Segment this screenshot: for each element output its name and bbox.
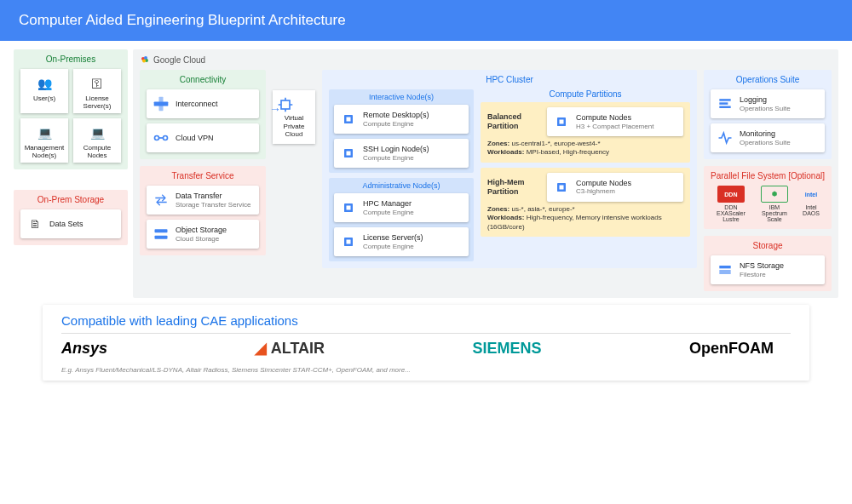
svg-rect-5 [159, 97, 164, 112]
interactive-title: Interactive Node(s) [334, 93, 469, 101]
chip-icon [339, 232, 358, 251]
storage-section: Storage NFS StorageFilestore [704, 236, 832, 291]
footer-title: Compatible with leading CAE applications [61, 313, 791, 328]
laptop-icon: 💻 [35, 123, 54, 142]
svg-rect-9 [155, 236, 168, 239]
onprem-section: On-Premises 👥 User(s) ⚿ License Server(s… [14, 49, 128, 169]
ansys-logo: Ansys [61, 340, 107, 358]
remote-desktop-card: Remote Desktop(s)Compute Engine [334, 105, 469, 134]
chip-icon [339, 144, 358, 163]
svg-point-3 [142, 60, 146, 63]
ops-title: Operations Suite [711, 75, 825, 84]
svg-rect-14 [347, 152, 351, 156]
admin-title: Administrative Node(s) [334, 181, 469, 190]
onprem-storage-section: On-Prem Storage 🗎 Data Sets [14, 190, 128, 245]
onprem-mgmt: 💻 Management Node(s) [20, 118, 68, 163]
cloudvpn-card: Cloud VPN [147, 123, 259, 152]
footer-section: Compatible with leading CAE applications… [43, 305, 809, 381]
logging-card: LoggingOperations Suite [711, 89, 825, 118]
interconnect-icon [152, 94, 170, 113]
google-cloud-section: Google Cloud Connectivity Interconnect C… [133, 49, 838, 298]
svg-rect-20 [560, 120, 564, 124]
balanced-meta: Zones: us-central1-*, europe-west4-* Wor… [487, 140, 683, 158]
vpn-icon [152, 129, 170, 147]
storage-title: Storage [711, 241, 825, 250]
nfs-storage-card: NFS StorageFilestore [711, 255, 825, 284]
highmem-nodes-card: Compute NodesC3-highmem [547, 173, 683, 202]
interconnect-card: Interconnect [147, 89, 259, 118]
svg-rect-25 [719, 106, 730, 109]
intel-logo-icon: intel [797, 186, 825, 203]
storage-icon [152, 225, 170, 243]
onprem-storage-title: On-Prem Storage [20, 195, 121, 204]
svg-rect-12 [347, 117, 351, 122]
hpc-section: HPC Cluster Interactive Node(s) Remote D… [322, 70, 697, 268]
data-transfer-card: Data TransferStorage Transfer Service [147, 186, 259, 215]
highmem-partition: High-Mem Partition Compute NodesC3-highm… [481, 168, 690, 237]
chip-icon [339, 198, 358, 217]
svg-point-6 [155, 136, 159, 140]
ops-section: Operations Suite LoggingOperations Suite… [704, 70, 832, 159]
svg-rect-10 [281, 100, 290, 109]
pfs-intel: intel Intel DAOS [797, 186, 825, 222]
hpc-manager-card: HPC ManagerCompute Engine [334, 193, 469, 222]
key-icon: ⚿ [88, 74, 106, 93]
license-server-card: License Server(s)Compute Engine [334, 227, 469, 256]
google-cloud-logo-icon [140, 54, 150, 65]
compute-partitions-title: Compute Partitions [481, 89, 690, 99]
ssh-login-card: SSH Login Node(s)Compute Engine [334, 139, 469, 168]
onprem-license: ⚿ License Server(s) [73, 69, 121, 113]
pfs-ddn: DDN DDN EXAScaler Lustre [711, 186, 751, 222]
pfs-title: Parallel File System [Optional] [711, 171, 825, 180]
chip-icon [552, 178, 571, 197]
hpc-title: HPC Cluster [329, 75, 690, 84]
svg-rect-24 [719, 102, 728, 105]
svg-rect-27 [719, 270, 730, 274]
pfs-ibm: ⬢ IBM Spectrum Scale [757, 186, 792, 222]
footer-note: E.g. Ansys Fluent/Mechanical/LS-DYNA, Al… [61, 366, 791, 374]
laptop-icon: 💻 [88, 123, 106, 142]
balanced-nodes-card: Compute NodesH3 + Compact Placement [547, 107, 683, 136]
transfer-title: Transfer Service [147, 171, 259, 180]
admin-nodes-section: Administrative Node(s) HPC ManagerComput… [329, 178, 474, 261]
arrow-icon: → [269, 102, 281, 116]
svg-rect-26 [719, 266, 730, 268]
object-storage-card: Object StorageCloud Storage [147, 220, 259, 249]
page-title: Computer Aided Engineering Blueprint Arc… [0, 0, 852, 41]
ddn-logo-icon: DDN [717, 186, 745, 203]
ibm-logo-icon: ⬢ [761, 186, 788, 203]
highmem-meta: Zones: us-*, asia-*, europe-* Workloads:… [487, 205, 683, 232]
datasets-card: 🗎 Data Sets [20, 209, 121, 238]
logging-icon [716, 94, 734, 113]
users-icon: 👥 [35, 74, 54, 93]
architecture-diagram: On-Premises 👥 User(s) ⚿ License Server(s… [0, 41, 852, 298]
google-cloud-label: Google Cloud [140, 54, 832, 65]
svg-rect-23 [719, 99, 730, 101]
chip-icon [552, 112, 571, 131]
svg-rect-18 [347, 240, 351, 244]
chip-icon [339, 110, 358, 129]
svg-rect-8 [155, 229, 168, 232]
svg-rect-22 [560, 185, 564, 189]
transfer-icon [152, 191, 170, 209]
svg-point-7 [164, 136, 168, 140]
interactive-nodes-section: Interactive Node(s) Remote Desktop(s)Com… [329, 89, 474, 173]
onprem-title: On-Premises [20, 54, 121, 64]
filestore-icon [716, 261, 734, 279]
transfer-section: Transfer Service Data TransferStorage Tr… [140, 166, 266, 255]
onprem-users: 👥 User(s) [20, 69, 68, 113]
openfoam-logo: OpenFOAM [689, 340, 774, 358]
pfs-section: Parallel File System [Optional] DDN DDN … [704, 166, 832, 229]
monitoring-card: MonitoringOperations Suite [711, 123, 825, 152]
connectivity-title: Connectivity [147, 75, 259, 84]
monitoring-icon [716, 129, 734, 147]
siemens-logo: SIEMENS [473, 340, 542, 358]
altair-logo: ◢ ALTAIR [255, 339, 325, 358]
vpc-card: Virtual Private Cloud [273, 90, 315, 144]
document-icon: 🗎 [26, 215, 44, 233]
connectivity-section: Connectivity Interconnect Cloud VPN [140, 70, 266, 159]
balanced-partition: Balanced Partition Compute NodesH3 + Com… [481, 102, 690, 163]
svg-rect-16 [347, 206, 351, 210]
onprem-compute: 💻 Compute Nodes [73, 118, 121, 163]
